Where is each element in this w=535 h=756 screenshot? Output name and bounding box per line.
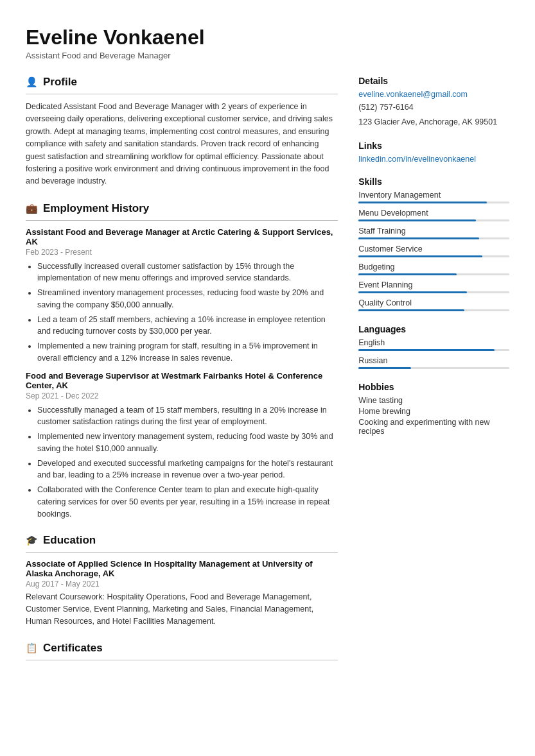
- skill-6-name: Quality Control: [358, 298, 509, 307]
- lang-0-name: English: [358, 338, 509, 347]
- job-1-bullet-1: Successfully increased overall customer …: [37, 261, 338, 285]
- lang-1: Russian: [358, 356, 509, 369]
- education-icon: 🎓: [26, 535, 38, 546]
- skill-3: Customer Service: [358, 245, 509, 257]
- skill-5-name: Event Planning: [358, 280, 509, 289]
- skill-3-bar-bg: [358, 255, 509, 257]
- hobby-0: Wine tasting: [358, 396, 509, 405]
- education-section: 🎓 Education Associate of Applied Science…: [26, 534, 338, 627]
- address-detail: 123 Glacier Ave, Anchorage, AK 99501: [358, 117, 509, 128]
- right-column: Details eveline.vonkaenel@gmail.com (512…: [358, 76, 509, 674]
- employment-icon: 💼: [26, 203, 38, 214]
- left-column: 👤 Profile Dedicated Assistant Food and B…: [26, 76, 338, 674]
- email-link[interactable]: eveline.vonkaenel@gmail.com: [358, 90, 509, 99]
- job-2-bullets: Successfully managed a team of 15 staff …: [37, 404, 338, 520]
- profile-divider: [26, 94, 338, 94]
- skill-2-name: Staff Training: [358, 227, 509, 236]
- skill-0-bar-fill: [358, 202, 487, 203]
- skill-2-bar-fill: [358, 237, 479, 239]
- job-1-dates: Feb 2023 - Present: [26, 248, 338, 257]
- links-title: Links: [358, 141, 509, 151]
- job-2-bullet-1: Successfully managed a team of 15 staff …: [37, 404, 338, 429]
- skill-0: Inventory Management: [358, 191, 509, 203]
- lang-0-bar-bg: [358, 349, 509, 351]
- certificates-icon: 📋: [26, 642, 38, 654]
- education-section-title: 🎓 Education: [26, 534, 338, 547]
- languages-section: Languages English Russian: [358, 324, 509, 369]
- skill-3-name: Customer Service: [358, 245, 509, 253]
- candidate-title: Assistant Food and Beverage Manager: [26, 51, 509, 60]
- hobbies-title: Hobbies: [358, 382, 509, 392]
- job-1-bullets: Successfully increased overall customer …: [37, 261, 338, 365]
- skill-1-name: Menu Development: [358, 209, 509, 218]
- lang-0-bar-fill: [358, 349, 494, 351]
- skill-5: Event Planning: [358, 280, 509, 293]
- profile-icon: 👤: [26, 76, 38, 88]
- certificates-section: 📋 Certificates: [26, 642, 338, 660]
- skill-1-bar-bg: [358, 219, 509, 221]
- skill-0-bar-bg: [358, 202, 509, 203]
- hobby-1: Home brewing: [358, 407, 509, 416]
- employment-divider: [26, 220, 338, 221]
- skill-6-bar-fill: [358, 309, 464, 311]
- job-1-title: Assistant Food and Beverage Manager at A…: [26, 227, 338, 246]
- job-1-bullet-2: Streamlined inventory management process…: [37, 287, 338, 311]
- profile-section: 👤 Profile Dedicated Assistant Food and B…: [26, 76, 338, 188]
- resume-header: Eveline Vonkaenel Assistant Food and Bev…: [26, 26, 509, 60]
- certificates-section-title: 📋 Certificates: [26, 642, 338, 655]
- skill-2: Staff Training: [358, 227, 509, 239]
- edu-text-1: Relevant Coursework: Hospitality Operati…: [26, 591, 338, 627]
- skill-4-bar-fill: [358, 273, 457, 275]
- job-1-bullet-4: Implemented a new training program for s…: [37, 340, 338, 365]
- skill-3-bar-fill: [358, 255, 482, 257]
- hobbies-section: Hobbies Wine tasting Home brewing Cookin…: [358, 382, 509, 436]
- hobby-2: Cooking and experimenting with new recip…: [358, 418, 509, 436]
- job-1: Assistant Food and Beverage Manager at A…: [26, 227, 338, 365]
- lang-1-bar-fill: [358, 367, 411, 369]
- certificates-divider: [26, 660, 338, 660]
- skill-4-name: Budgeting: [358, 262, 509, 271]
- skill-1-bar-fill: [358, 219, 476, 221]
- edu-title-1: Associate of Applied Science in Hospital…: [26, 559, 338, 578]
- job-2: Food and Beverage Supervisor at Westmark…: [26, 371, 338, 520]
- job-2-bullet-3: Developed and executed successful market…: [37, 458, 338, 482]
- job-2-dates: Sep 2021 - Dec 2022: [26, 391, 338, 400]
- profile-text: Dedicated Assistant Food and Beverage Ma…: [26, 101, 338, 188]
- skill-4: Budgeting: [358, 262, 509, 275]
- skills-title: Skills: [358, 176, 509, 187]
- phone-detail: (512) 757-6164: [358, 102, 509, 114]
- skill-5-bar-bg: [358, 291, 509, 293]
- lang-0: English: [358, 338, 509, 351]
- skill-6: Quality Control: [358, 298, 509, 311]
- profile-section-title: 👤 Profile: [26, 76, 338, 89]
- lang-1-bar-bg: [358, 367, 509, 369]
- details-section: Details eveline.vonkaenel@gmail.com (512…: [358, 76, 509, 128]
- details-title: Details: [358, 76, 509, 86]
- lang-1-name: Russian: [358, 356, 509, 365]
- employment-section-title: 💼 Employment History: [26, 202, 338, 215]
- job-2-bullet-4: Collaborated with the Conference Center …: [37, 484, 338, 520]
- skill-1: Menu Development: [358, 209, 509, 221]
- links-section: Links linkedin.com/in/evelinevonkaenel: [358, 141, 509, 164]
- skills-section: Skills Inventory Management Menu Develop…: [358, 176, 509, 311]
- job-2-bullet-2: Implemented new inventory management sys…: [37, 431, 338, 455]
- skill-0-name: Inventory Management: [358, 191, 509, 200]
- candidate-name: Eveline Vonkaenel: [26, 26, 509, 49]
- skill-4-bar-bg: [358, 273, 509, 275]
- skill-2-bar-bg: [358, 237, 509, 239]
- skill-6-bar-bg: [358, 309, 509, 311]
- education-divider: [26, 552, 338, 553]
- linkedin-link[interactable]: linkedin.com/in/evelinevonkaenel: [358, 155, 509, 164]
- edu-dates-1: Aug 2017 - May 2021: [26, 580, 338, 588]
- skill-5-bar-fill: [358, 291, 467, 293]
- job-2-title: Food and Beverage Supervisor at Westmark…: [26, 371, 338, 390]
- employment-section: 💼 Employment History Assistant Food and …: [26, 202, 338, 520]
- job-1-bullet-3: Led a team of 25 staff members, achievin…: [37, 314, 338, 338]
- languages-title: Languages: [358, 324, 509, 334]
